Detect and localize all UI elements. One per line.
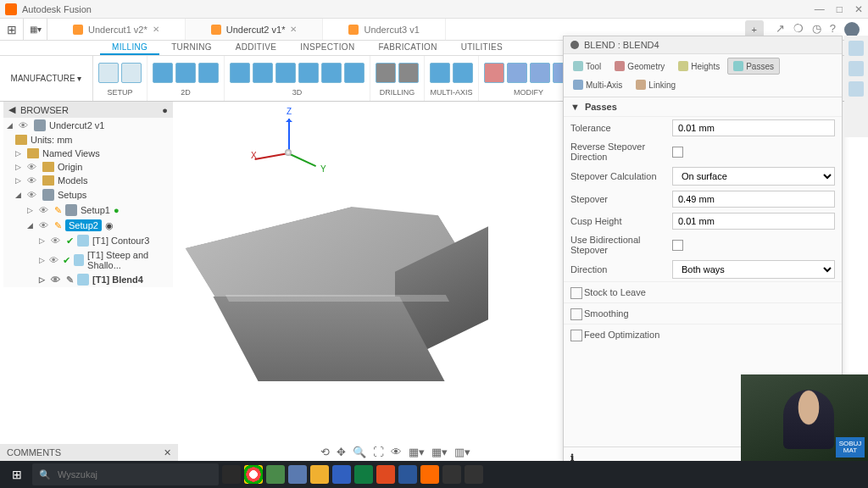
section-passes[interactable]: ▼ Passes [564,97,842,117]
viewcube-icon[interactable] [849,41,864,56]
cusp-input[interactable] [672,213,835,230]
tree-op-steep[interactable]: ▷👁✔[T1] Steep and Shallo... [3,248,173,272]
tolerance-input[interactable] [672,119,835,136]
app-icon[interactable] [465,465,483,484]
3d-op-icon[interactable] [230,63,250,83]
app-icon[interactable] [442,465,461,484]
tab-multiaxis[interactable]: Multi-Axis [567,76,628,93]
taskbar-search[interactable]: 🔍 [32,463,219,485]
multiaxis-icon[interactable] [430,63,450,83]
minimize-icon[interactable]: — [815,3,825,15]
rail-icon[interactable] [849,81,864,97]
orbit-icon[interactable]: ⟲ [320,446,330,458]
dialog-title-bar[interactable]: BLEND : BLEND4 [564,36,842,54]
modify-icon[interactable] [507,63,527,83]
bidi-checkbox[interactable] [672,240,683,251]
tab-linking[interactable]: Linking [630,76,682,93]
fusion-icon[interactable] [420,465,439,484]
2d-op-icon[interactable] [198,63,219,83]
jobs-icon[interactable]: ◷ [812,22,821,37]
modify-icon[interactable] [530,63,550,83]
tab-fabrication[interactable]: FABRICATION [366,41,448,55]
taskview-icon[interactable] [222,465,241,484]
modify-icon[interactable] [484,63,504,83]
maximize-icon[interactable]: □ [837,3,843,15]
data-panel-icon[interactable]: ⊞ [0,19,24,40]
stepcalc-select[interactable]: On surface [672,167,835,186]
tab-close-icon[interactable]: ✕ [153,25,159,34]
tree-op-contour[interactable]: ▷👁✔[T1] Contour3 [3,233,173,248]
grid-icon[interactable]: ▦▾ [431,446,448,458]
tab-passes[interactable]: Passes [727,58,780,75]
tree-models[interactable]: ▷👁Models [3,174,173,187]
2d-op-icon[interactable] [153,63,173,83]
doc-tab-2[interactable]: Undercut2 v1* ✕ [186,19,324,40]
tree-named-views[interactable]: ▷Named Views [3,147,173,160]
3d-op-icon[interactable] [344,63,364,83]
tree-setups[interactable]: ◢👁Setups [3,187,173,202]
tab-tool[interactable]: Tool [567,58,607,75]
2d-op-icon[interactable] [175,63,196,83]
chrome-icon[interactable] [244,465,263,484]
edge-icon[interactable] [332,465,351,484]
tab-milling[interactable]: MILLING [100,41,159,55]
start-button[interactable]: ⊞ [5,463,29,486]
help-icon[interactable]: ? [830,22,836,37]
workspace-switcher[interactable]: MANUFACTURE ▾ [0,56,93,101]
3d-op-icon[interactable] [321,63,342,83]
outlook-icon[interactable] [376,465,395,484]
nc-program-icon[interactable] [121,63,142,83]
browser-header[interactable]: ◀BROWSER ● [3,102,173,118]
word-icon[interactable] [398,465,417,484]
whatsapp-icon[interactable] [266,465,285,484]
3d-op-icon[interactable] [298,63,319,83]
section-feedopt[interactable]: Feed Optimization [564,324,842,345]
doc-tab-1[interactable]: Undercut1 v2* ✕ [47,19,186,40]
comments-bar[interactable]: COMMENTS ✕ [0,444,178,461]
blend-icon [77,274,89,286]
3d-op-icon[interactable] [253,63,273,83]
fit-icon[interactable]: ⛶ [373,446,384,458]
tab-geometry[interactable]: Geometry [609,58,670,75]
file-menu-icon[interactable]: ▦▾ [24,19,47,40]
rail-icon[interactable] [849,61,864,76]
search-input[interactable] [58,469,212,480]
notifications-icon[interactable]: ❍ [793,22,804,37]
viewport[interactable]: Z X Y [178,102,563,442]
tree-units[interactable]: Units: mm [3,133,173,147]
look-icon[interactable]: 👁 [391,446,402,458]
account-avatar[interactable] [844,22,860,37]
tab-heights[interactable]: Heights [672,58,726,75]
new-setup-icon[interactable] [98,63,119,83]
viewport-icon[interactable]: ▥▾ [454,446,470,458]
direction-select[interactable]: Both ways [672,260,835,279]
doc-tab-3[interactable]: Undercut3 v1 [323,19,445,40]
tab-inspection[interactable]: INSPECTION [288,41,366,55]
tree-setup1[interactable]: ▷👁✎Setup1● [3,202,173,218]
tab-turning[interactable]: TURNING [159,41,224,55]
pan-icon[interactable]: ✥ [337,446,346,458]
tree-origin[interactable]: ▷👁Origin [3,160,173,174]
zoom-icon[interactable]: 🔍 [353,446,366,458]
teams-icon[interactable] [288,465,307,484]
3d-op-icon[interactable] [275,63,296,83]
tree-op-blend[interactable]: ▷👁✎[T1] Blend4 [3,272,173,287]
tree-setup2[interactable]: ◢👁✎Setup2◉ [3,218,173,233]
drill-icon[interactable] [376,63,396,83]
tree-root[interactable]: ◢👁Undercut2 v1 [3,118,173,133]
tab-close-icon[interactable]: ✕ [290,25,297,34]
excel-icon[interactable] [354,465,373,484]
extensions-icon[interactable]: ↗ [776,22,785,37]
section-stock[interactable]: Stock to Leave [564,281,842,302]
display-icon[interactable]: ▦▾ [409,446,425,458]
close-icon[interactable]: ✕ [854,3,863,15]
multiaxis-icon[interactable] [453,63,473,83]
tab-utilities[interactable]: UTILITIES [449,41,515,55]
hole-icon[interactable] [398,63,419,83]
stepover-input[interactable] [672,191,835,208]
section-smoothing[interactable]: Smoothing [564,302,842,324]
tab-additive[interactable]: ADDITIVE [224,41,289,55]
bidi-label: Use Bidirectional Stepover [570,235,672,255]
explorer-icon[interactable] [310,465,329,484]
reverse-checkbox[interactable] [672,147,683,158]
